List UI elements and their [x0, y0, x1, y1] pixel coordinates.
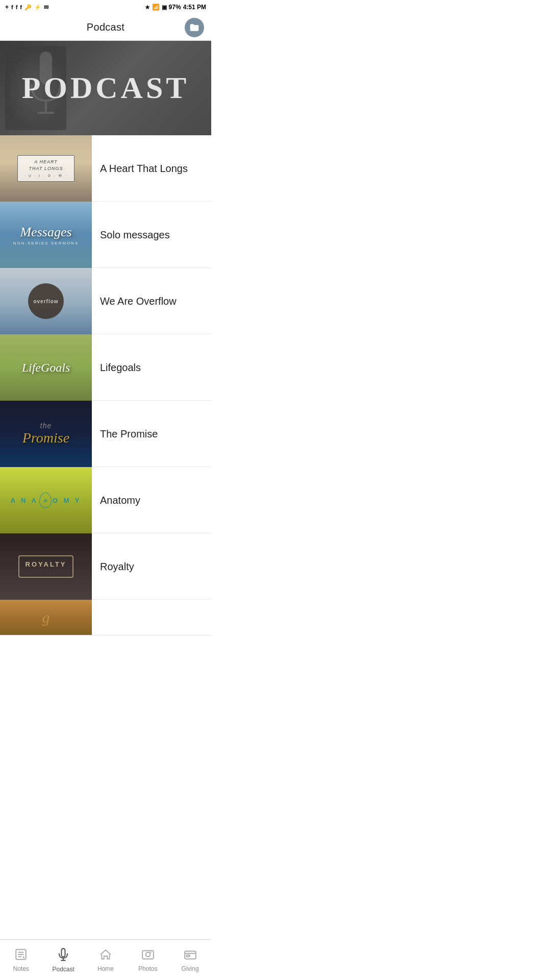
email-icon: ✉ [44, 4, 48, 11]
menu-button[interactable] [185, 18, 204, 37]
status-right-icons: ★ 📶 ▣ 97% 4:51 PM [145, 4, 206, 11]
podcast-name-4: Lifegoals [100, 361, 141, 374]
thumb-label-1: A HEARTTHAT LONGS · V · I · ✡ · ⛧ · [0, 135, 92, 202]
page-title: Podcast [87, 21, 124, 33]
podcast-thumb-3: overflow [0, 268, 92, 334]
podcast-item[interactable]: the Promise The Promise [0, 401, 211, 467]
time-display: 4:51 PM [183, 4, 206, 11]
podcast-item[interactable]: ROYALTY · · · · · · · · · · Royalty [0, 533, 211, 600]
podcast-name-6: Anatomy [100, 494, 140, 507]
signal-icon: ▣ [162, 4, 167, 11]
overflow-circle: overflow [28, 283, 64, 319]
royalty-sub: · · · · · · · · · · [26, 569, 67, 573]
thumb-label-7: ROYALTY · · · · · · · · · · [0, 533, 92, 600]
fb-icon-1: f [11, 4, 13, 10]
hero-title: PODCAST [22, 70, 190, 106]
fb-icon-2: f [16, 4, 18, 10]
fb-icon-3: f [20, 4, 22, 10]
content-area: PODCAST A HEARTTHAT LONGS · V · I · ✡ · … [0, 41, 211, 676]
podcast-item[interactable]: A N A ⊕ O M Y Anatomy [0, 467, 211, 533]
podcast-thumb-5: the Promise [0, 401, 92, 467]
plus-icon: + [5, 4, 9, 11]
podcast-item[interactable]: A HEARTTHAT LONGS · V · I · ✡ · ⛧ · A He… [0, 135, 211, 202]
podcast-name-5: The Promise [100, 427, 158, 440]
podcast-info-5: The Promise [92, 401, 211, 467]
status-bar: + f f f 🔑 ⚡ ✉ ★ 📶 ▣ 97% 4:51 PM [0, 0, 211, 14]
hero-banner: PODCAST [0, 41, 211, 135]
key-icon: 🔑 [24, 4, 32, 11]
podcast-thumb-6: A N A ⊕ O M Y [0, 467, 92, 533]
podcast-info-8 [92, 600, 211, 635]
usb-icon: ⚡ [34, 4, 41, 11]
podcast-info-3: We Are Overflow [92, 268, 211, 334]
podcast-thumb-7: ROYALTY · · · · · · · · · · [0, 533, 92, 600]
bluetooth-icon: ★ [145, 4, 150, 11]
podcast-thumb-4: LifeGoals [0, 334, 92, 401]
podcast-thumb-8: g [0, 600, 92, 635]
podcast-info-4: Lifegoals [92, 334, 211, 400]
podcast-item[interactable]: Messages NON-SERIES SERMONS Solo message… [0, 202, 211, 268]
podcast-name-1: A Heart That Longs [100, 162, 188, 175]
thumb-label-8: g [0, 600, 92, 635]
folder-icon [189, 22, 199, 33]
thumb-label-3: overflow [0, 268, 92, 334]
thumb-label-4: LifeGoals [0, 334, 92, 401]
podcast-item[interactable]: LifeGoals Lifegoals [0, 334, 211, 401]
podcast-thumb-2: Messages NON-SERIES SERMONS [0, 202, 92, 268]
thumb-label-2: Messages NON-SERIES SERMONS [0, 202, 92, 268]
podcast-name-3: We Are Overflow [100, 295, 177, 308]
royalty-box: ROYALTY · · · · · · · · · · [18, 555, 74, 578]
podcast-item[interactable]: overflow We Are Overflow [0, 268, 211, 334]
podcast-list: A HEARTTHAT LONGS · V · I · ✡ · ⛧ · A He… [0, 135, 211, 635]
royalty-title: ROYALTY [26, 560, 67, 568]
podcast-info-2: Solo messages [92, 202, 211, 267]
thumb-label-6: A N A ⊕ O M Y [0, 467, 92, 533]
battery-level: 97% [169, 4, 181, 11]
podcast-name-2: Solo messages [100, 228, 170, 241]
status-left-icons: + f f f 🔑 ⚡ ✉ [5, 4, 48, 11]
podcast-info-1: A Heart That Longs [92, 135, 211, 201]
podcast-name-7: Royalty [100, 560, 134, 573]
app-header: Podcast [0, 14, 211, 41]
wifi-icon: 📶 [152, 4, 160, 11]
thumb-label-5: the Promise [0, 401, 92, 467]
podcast-thumb-1: A HEARTTHAT LONGS · V · I · ✡ · ⛧ · [0, 135, 92, 202]
podcast-item-partial[interactable]: g [0, 600, 211, 635]
podcast-info-6: Anatomy [92, 467, 211, 533]
podcast-info-7: Royalty [92, 533, 211, 599]
